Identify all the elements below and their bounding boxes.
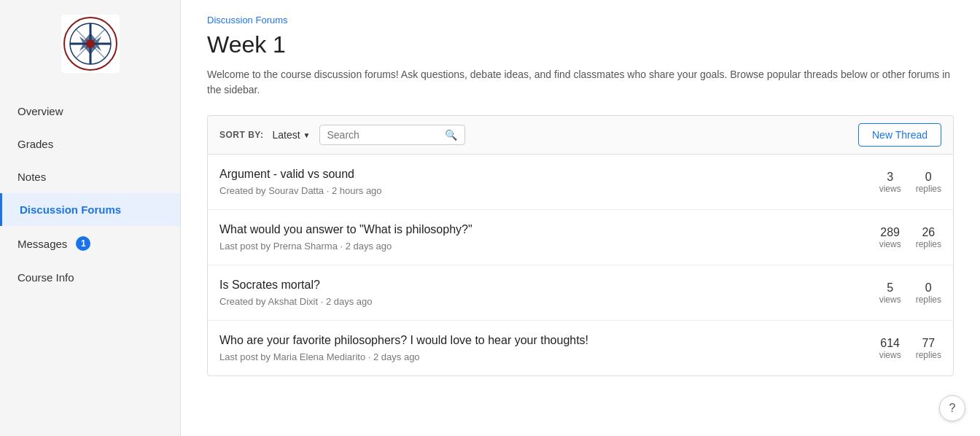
thread-meta: Last post by Prerna Sharma · 2 days ago [219,241,879,252]
breadcrumb[interactable]: Discussion Forums [207,15,954,26]
search-icon[interactable]: 🔍 [445,129,457,141]
thread-item[interactable]: Is Socrates mortal?Created by Akshat Dix… [208,265,953,321]
thread-replies: 0replies [916,281,941,305]
thread-item[interactable]: Argument - valid vs soundCreated by Sour… [208,155,953,210]
thread-views-number: 614 [880,337,900,350]
thread-title: What would you answer to "What is philos… [219,223,879,236]
thread-content: Is Socrates mortal?Created by Akshat Dix… [219,279,879,307]
thread-replies-number: 0 [925,171,932,184]
thread-views: 3views [879,171,901,194]
thread-stats: 614views77replies [879,337,941,360]
main-content: Discussion Forums Week 1 Welcome to the … [181,0,980,436]
thread-stats: 289views26replies [879,226,941,249]
thread-replies-number: 77 [922,337,935,350]
thread-content: What would you answer to "What is philos… [219,223,879,252]
thread-item[interactable]: What would you answer to "What is philos… [208,210,953,265]
sidebar-item-grades[interactable]: Grades [0,128,180,160]
sidebar-item-notes[interactable]: Notes [0,160,180,193]
thread-meta: Last post by Maria Elena Mediarito · 2 d… [219,351,879,362]
university-logo [61,15,120,73]
sidebar-item-course-info[interactable]: Course Info [0,261,180,294]
thread-meta: Created by Akshat Dixit · 2 days ago [219,296,879,307]
sort-label: SORT BY: [219,130,263,140]
sort-dropdown[interactable]: Latest ▼ [272,129,310,141]
thread-views-label: views [879,184,901,194]
sidebar-item-overview[interactable]: Overview [0,95,180,128]
thread-replies-label: replies [916,350,941,360]
thread-title: Who are your favorite philosophers? I wo… [219,334,879,347]
thread-views-label: views [879,350,901,360]
badge-messages: 1 [76,236,90,251]
sort-current-value: Latest [272,129,300,141]
thread-views-label: views [879,239,901,249]
search-container: 🔍 [319,125,465,145]
thread-views-number: 5 [887,281,893,295]
thread-title: Argument - valid vs sound [219,168,879,181]
thread-replies-label: replies [916,184,941,194]
thread-meta: Created by Sourav Datta · 2 hours ago [219,185,879,196]
thread-replies-label: replies [916,295,941,305]
thread-title: Is Socrates mortal? [219,279,879,292]
svg-point-4 [86,39,95,48]
thread-stats: 5views0replies [879,281,941,305]
sidebar-item-messages[interactable]: Messages1 [0,226,180,261]
thread-replies: 26replies [916,226,941,249]
search-input[interactable] [327,129,445,141]
thread-stats: 3views0replies [879,171,941,194]
thread-replies-number: 0 [925,281,932,295]
thread-replies-label: replies [916,239,941,249]
thread-views-number: 3 [887,171,893,184]
threads-list: Argument - valid vs soundCreated by Sour… [207,154,954,376]
forum-toolbar: SORT BY: Latest ▼ 🔍 New Thread [207,115,954,154]
thread-views: 5views [879,281,901,305]
sort-arrow-icon: ▼ [303,131,311,139]
thread-views: 614views [879,337,901,360]
sidebar-navigation: OverviewGradesNotesDiscussion ForumsMess… [0,95,180,294]
thread-replies: 0replies [916,171,941,194]
thread-replies: 77replies [916,337,941,360]
thread-views: 289views [879,226,901,249]
thread-views-label: views [879,295,901,305]
thread-views-number: 289 [880,226,900,239]
thread-replies-number: 26 [922,226,935,239]
thread-content: Argument - valid vs soundCreated by Sour… [219,168,879,196]
sidebar-item-discussion-forums[interactable]: Discussion Forums [0,193,180,226]
thread-item[interactable]: Who are your favorite philosophers? I wo… [208,321,953,375]
page-description: Welcome to the course discussion forums!… [207,67,954,98]
thread-content: Who are your favorite philosophers? I wo… [219,334,879,362]
page-title: Week 1 [207,31,954,58]
new-thread-button[interactable]: New Thread [858,123,941,147]
help-button[interactable]: ? [939,395,965,421]
sidebar: OverviewGradesNotesDiscussion ForumsMess… [0,0,181,436]
